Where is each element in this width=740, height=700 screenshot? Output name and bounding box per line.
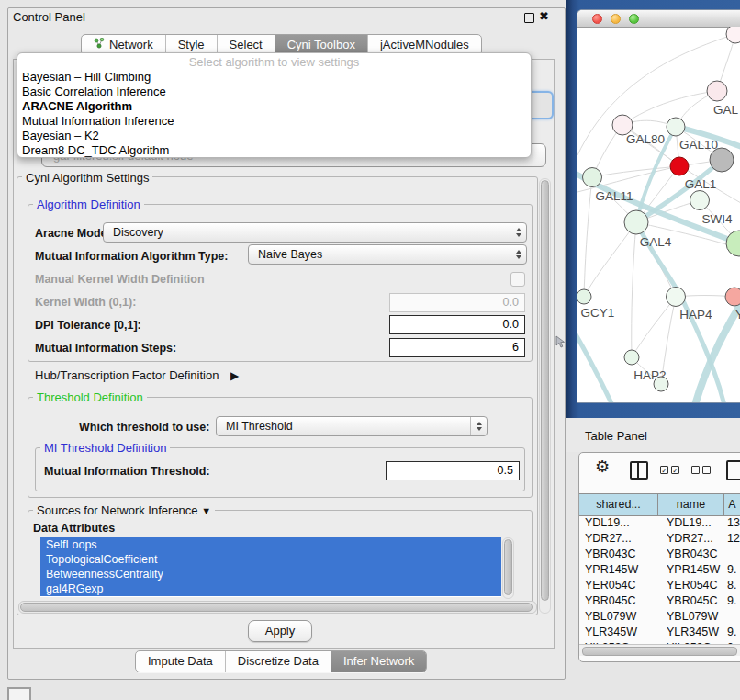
popup-item-basic-correlation[interactable]: Basic Correlation Inference [17, 85, 531, 99]
svg-text:GCY1: GCY1 [581, 306, 615, 320]
algorithm-definition-title: Algorithm Definition [33, 198, 144, 210]
column-header-shared[interactable]: shared... [579, 494, 658, 515]
collapsed-arrow-icon: ▶ [230, 369, 239, 382]
dpi-tolerance-label: DPI Tolerance [0,1]: [35, 319, 141, 332]
which-threshold-value: MI Threshold [226, 420, 293, 433]
hub-section-toggle[interactable]: Hub/Transcription Factor Definition ▶ [35, 368, 239, 382]
network-node-gal-partial[interactable]: GAL [707, 81, 739, 117]
expanded-arrow-icon: ▼ [201, 505, 211, 516]
tab-impute-data[interactable]: Impute Data [136, 651, 225, 672]
minimize-window-icon[interactable] [611, 14, 621, 24]
network-window-titlebar[interactable] [577, 10, 740, 28]
popup-item-bayesian-k2[interactable]: Bayesian – K2 [17, 129, 531, 143]
algorithm-dropdown-popup: Select algorithm to view settings Bayesi… [17, 52, 532, 158]
attribute-item-gal4rgexp[interactable]: gal4RGexp [40, 581, 501, 596]
zoom-window-icon[interactable] [629, 14, 639, 24]
table-row[interactable]: YLR345WYLR345W9. [579, 625, 740, 640]
svg-text:Y: Y [735, 308, 740, 322]
column-header-partial[interactable]: A [724, 494, 740, 515]
network-node-hap4[interactable]: HAP4 [667, 288, 713, 322]
data-attributes-list: SelfLoops TopologicalCoefficient Between… [40, 537, 501, 597]
svg-text:HAP4: HAP4 [679, 308, 712, 322]
mi-type-combo[interactable]: Naive Bayes [248, 244, 527, 265]
which-threshold-combo[interactable]: MI Threshold [216, 416, 488, 436]
table-panel-title: Table Panel [585, 429, 647, 443]
table-row[interactable]: YDL19...YDL19...13 [579, 515, 740, 531]
mi-steps-label: Mutual Information Steps: [35, 342, 176, 355]
mi-threshold-group-title: MI Threshold Definition [40, 442, 170, 454]
aracne-mode-value: Discovery [113, 226, 163, 239]
attribute-item-selfloops[interactable]: SelfLoops [40, 537, 501, 552]
mi-threshold-field[interactable]: 0.5 [386, 461, 520, 480]
mi-type-label: Mutual Information Algorithm Type: [35, 250, 228, 263]
network-canvas[interactable]: GAL GAL80 GAL10 GAL1 GAL11 [577, 27, 740, 402]
network-node-gcy1[interactable]: GCY1 [577, 289, 614, 320]
data-attributes-label: Data Attributes [33, 522, 115, 535]
manual-kernel-label: Manual Kernel Width Definition [35, 273, 205, 286]
table-row[interactable]: YBR043CYBR043C [579, 547, 740, 562]
table-panel-box: ⚙ ✓✓ shared... name A YDL19...YDL19...13… [578, 452, 740, 662]
column-header-name[interactable]: name [658, 494, 724, 515]
bottom-tabbar: Impute Data Discretize Data Infer Networ… [135, 650, 427, 672]
network-node-swi4[interactable]: SWI4 [690, 191, 733, 227]
dpi-tolerance-field[interactable]: 0.0 [389, 315, 525, 334]
deselect-all-checks-icon[interactable] [691, 466, 711, 474]
control-panel-title: Control Panel [13, 10, 85, 24]
tab-infer-network[interactable]: Infer Network [331, 651, 426, 672]
table-row[interactable]: YDR27...YDR27...12 [579, 531, 740, 547]
manual-kernel-checkbox[interactable] [510, 272, 525, 287]
svg-text:GAL4: GAL4 [640, 235, 672, 249]
which-threshold-label: Which threshold to use: [79, 421, 209, 434]
popup-prompt: Select algorithm to view settings [17, 55, 531, 70]
minimized-widget[interactable] [7, 687, 31, 700]
table-body: YDL19...YDL19...13 YDR27...YDR27...12 YB… [579, 515, 740, 644]
svg-text:GAL80: GAL80 [626, 132, 665, 146]
svg-text:GAL10: GAL10 [679, 138, 718, 152]
kernel-width-field[interactable]: 0.0 [389, 293, 525, 312]
popup-item-bayesian-hill-climbing[interactable]: Bayesian – Hill Climbing [17, 70, 531, 85]
attribute-item-betweennesscentrality[interactable]: BetweennessCentrality [40, 567, 501, 581]
network-view-window[interactable]: GAL GAL80 GAL10 GAL1 GAL11 [577, 9, 740, 403]
table-row[interactable]: YPR145WYPR145W9. [579, 562, 740, 578]
close-panel-icon[interactable]: ✖ [539, 9, 549, 23]
new-table-icon[interactable] [726, 460, 740, 480]
kernel-width-label: Kernel Width (0,1): [35, 296, 136, 309]
popup-item-aracne[interactable]: ARACNE Algorithm [17, 99, 531, 114]
svg-text:GAL1: GAL1 [685, 177, 717, 191]
stepper-arrows-icon [470, 417, 487, 435]
popup-item-mutual-information[interactable]: Mutual Information Inference [17, 114, 531, 129]
screen: { "control_panel": { "title": "Control P… [0, 0, 740, 700]
table-row[interactable]: YER054CYER054C8. [579, 578, 740, 593]
attributes-vscrollbar[interactable] [502, 537, 514, 599]
svg-text:SWI4: SWI4 [701, 212, 732, 226]
float-panel-icon[interactable] [524, 13, 534, 23]
settings-hscrollbar[interactable] [18, 601, 537, 614]
threshold-definition-title: Threshold Definition [33, 391, 147, 403]
table-row[interactable]: YBL079WYBL079W [579, 609, 740, 625]
table-row[interactable]: YBR045CYBR045C9. [579, 593, 740, 609]
svg-text:GAL11: GAL11 [595, 189, 633, 203]
sources-group-title[interactable]: Sources for Network Inference ▼ [33, 504, 215, 517]
aracne-mode-label: Aracne Mode: [35, 227, 111, 240]
cyni-algorithm-settings-title: Cyni Algorithm Settings [22, 172, 152, 184]
popup-item-dream8[interactable]: Dream8 DC_TDC Algorithm [17, 143, 531, 158]
columns-icon[interactable] [630, 461, 648, 480]
select-all-checks-icon[interactable]: ✓✓ [660, 466, 679, 474]
mi-steps-field[interactable]: 6 [389, 338, 525, 357]
table-hscrollbar[interactable] [579, 644, 740, 656]
network-node-unlabeled-gray[interactable] [710, 148, 734, 172]
tab-discretize-data[interactable]: Discretize Data [225, 651, 331, 672]
mi-type-value: Naive Bayes [258, 248, 322, 261]
attribute-item-topologicalcoefficient[interactable]: TopologicalCoefficient [40, 552, 501, 567]
gear-icon[interactable]: ⚙ [595, 458, 610, 475]
network-node-unlabeled-green[interactable] [726, 231, 740, 256]
settings-vscrollbar[interactable] [539, 178, 551, 614]
svg-text:GAL: GAL [713, 103, 739, 117]
close-window-icon[interactable] [592, 14, 602, 24]
aracne-mode-combo[interactable]: Discovery [103, 222, 527, 243]
apply-button[interactable]: Apply [248, 620, 312, 642]
pane-resize-cursor [555, 335, 566, 350]
network-node-unlabeled-bottom[interactable] [654, 377, 668, 391]
network-node-unlabeled-top[interactable] [726, 27, 740, 43]
network-node-gal80[interactable]: GAL80 [612, 115, 665, 146]
